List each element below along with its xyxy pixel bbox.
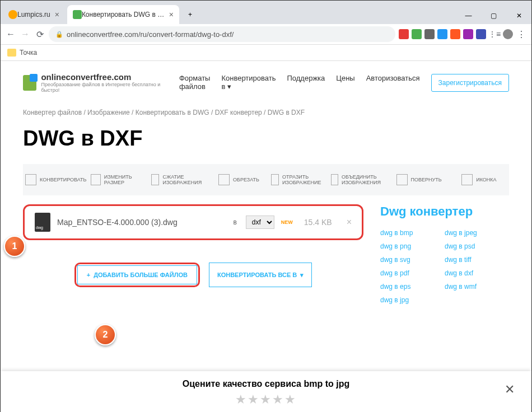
lock-icon: 🔒 — [55, 31, 63, 38]
tab-title: Конвертировать DWG в DXF он — [82, 11, 165, 18]
close-icon[interactable]: ✕ — [505, 382, 515, 397]
file-column: 1 Map_ENTSO-E-4.000.000 (3).dwg в dxf NE… — [23, 204, 363, 304]
tool-rotate[interactable]: ПОВЕРНУТЬ — [389, 170, 449, 190]
side-link[interactable]: dwg в tiff — [445, 256, 509, 264]
tool-convert[interactable]: КОНВЕРТИРОВАТЬ — [23, 170, 88, 190]
url-input[interactable]: 🔒 onlineconvertfree.com/ru/convert-forma… — [49, 26, 395, 42]
forward-icon[interactable]: → — [20, 29, 31, 40]
reload-icon[interactable]: ⟳ — [34, 29, 45, 40]
tool-icon — [25, 174, 36, 185]
side-link[interactable]: dwg в jpg — [380, 296, 445, 304]
minimize-button[interactable]: — — [456, 7, 481, 24]
close-button[interactable]: ✕ — [506, 7, 531, 24]
settings-icon[interactable]: ⋮≡ — [489, 29, 500, 40]
main-area: 1 Map_ENTSO-E-4.000.000 (3).dwg в dxf NE… — [23, 204, 509, 304]
chevron-down-icon: ▾ — [300, 271, 304, 279]
file-icon — [35, 213, 50, 232]
ext-icon[interactable] — [399, 29, 409, 39]
page-content: onlineconvertfree.com Преобразование фай… — [1, 61, 531, 412]
breadcrumb-item[interactable]: Конвертер файлов — [23, 109, 82, 116]
nav-support[interactable]: Поддержка — [287, 74, 325, 92]
rating-stars[interactable]: ★★★★★ — [23, 392, 509, 407]
new-badge: NEW — [281, 219, 293, 225]
bookmark-item[interactable]: Точка — [7, 49, 37, 57]
plus-icon: + — [87, 271, 90, 278]
tab-strip: Lumpics.ru × Конвертировать DWG в DXF он… — [1, 1, 531, 24]
side-link[interactable]: dwg в jpeg — [445, 229, 509, 237]
side-link[interactable]: dwg в psd — [445, 242, 509, 250]
avatar-icon[interactable] — [503, 29, 513, 39]
side-link[interactable]: dwg в dxf — [445, 269, 509, 277]
tab-lumpics[interactable]: Lumpics.ru × — [3, 5, 65, 24]
format-select[interactable]: dxf — [246, 216, 274, 229]
logo[interactable]: onlineconvertfree.com Преобразование фай… — [23, 72, 162, 93]
nav-formats[interactable]: Форматы файлов — [179, 74, 211, 92]
side-link[interactable]: dwg в wmf — [445, 283, 509, 291]
to-label: в — [233, 218, 236, 226]
logo-subtitle: Преобразование файлов в Интернете беспла… — [41, 82, 162, 93]
window-controls: — ▢ ✕ — [456, 7, 531, 24]
tool-icon — [151, 174, 160, 185]
bookmark-label: Точка — [20, 49, 37, 57]
breadcrumb-item[interactable]: Изображение — [87, 109, 130, 116]
tool-icon — [271, 174, 279, 185]
folder-icon — [7, 49, 16, 57]
tool-crop[interactable]: ОБРЕЗАТЬ — [209, 170, 269, 190]
rating-title: Оцените качество сервиса bmp to jpg — [23, 379, 509, 389]
file-name: Map_ENTSO-E-4.000.000 (3).dwg — [57, 218, 226, 227]
ext-icon[interactable] — [437, 29, 447, 39]
remove-file-icon[interactable]: × — [347, 217, 352, 227]
menu-icon[interactable]: ⋮ — [516, 29, 527, 40]
nav-convert[interactable]: Конвертировать в ▾ — [221, 74, 276, 92]
register-button[interactable]: Зарегистрироваться — [431, 74, 509, 92]
side-link[interactable]: dwg в eps — [380, 283, 445, 291]
tool-icon — [218, 174, 230, 185]
ext-icon[interactable] — [450, 29, 460, 39]
side-link[interactable]: dwg в bmp — [380, 229, 445, 237]
convert-all-button[interactable]: КОНВЕРТИРОВАТЬ ВСЕ В ▾ — [209, 263, 312, 287]
tab-convert[interactable]: Конвертировать DWG в DXF он × — [67, 5, 179, 24]
tool-icon — [91, 174, 100, 185]
ext-icon[interactable] — [476, 29, 486, 39]
close-icon[interactable]: × — [55, 10, 59, 19]
side-link[interactable]: dwg в svg — [380, 256, 445, 264]
ext-icon[interactable] — [412, 29, 422, 39]
ext-icon[interactable] — [463, 29, 473, 39]
file-row: Map_ENTSO-E-4.000.000 (3).dwg в dxf NEW … — [23, 204, 363, 240]
breadcrumb-item[interactable]: DXF конвертер — [215, 109, 262, 116]
chevron-down-icon: ▾ — [227, 82, 231, 91]
sidebar-links: dwg в bmp dwg в jpeg dwg в png dwg в psd… — [380, 229, 509, 304]
logo-text: onlineconvertfree.com — [41, 72, 162, 82]
sidebar-title: Dwg конвертер — [380, 204, 509, 219]
nav-prices[interactable]: Цены — [336, 74, 354, 92]
file-size: 15.4 KB — [304, 218, 332, 227]
ext-icon[interactable] — [424, 29, 435, 39]
maximize-button[interactable]: ▢ — [481, 7, 506, 24]
add-more-button[interactable]: + ДОБАВИТЬ БОЛЬШЕ ФАЙЛОВ — [74, 263, 200, 287]
tool-merge[interactable]: ОБЪЕДИНИТЬ ИЗОБРАЖЕНИЯ — [329, 170, 389, 190]
tool-icon — [396, 174, 408, 185]
tool-resize[interactable]: ИЗМЕНИТЬ РАЗМЕР — [88, 170, 148, 190]
rating-bar: Оцените качество сервиса bmp to jpg ★★★★… — [1, 371, 531, 412]
logo-icon — [23, 75, 36, 91]
back-icon[interactable]: ← — [5, 29, 16, 40]
bookmarks-bar: Точка — [1, 45, 531, 61]
tool-flip[interactable]: ОТРАЗИТЬ ИЗОБРАЖЕНИЕ — [269, 170, 329, 190]
nav-login[interactable]: Авторизоваться — [366, 74, 420, 92]
page-title: DWG в DXF — [23, 127, 509, 151]
breadcrumb-item[interactable]: Конвертировать в DWG — [136, 109, 209, 116]
tool-compress[interactable]: СЖАТИЕ ИЗОБРАЖЕНИЯ — [149, 170, 209, 190]
tool-icon-make[interactable]: ИКОНКА — [449, 170, 509, 190]
favicon-icon — [73, 10, 82, 19]
tool-icon — [461, 174, 473, 185]
breadcrumb-item: DWG в DXF — [268, 109, 305, 116]
action-buttons: 2 + ДОБАВИТЬ БОЛЬШЕ ФАЙЛОВ КОНВЕРТИРОВАТ… — [23, 263, 363, 287]
annotation-marker-1: 1 — [4, 236, 25, 257]
new-tab-button[interactable]: + — [181, 5, 199, 24]
close-icon[interactable]: × — [169, 10, 174, 19]
convert-all-label: КОНВЕРТИРОВАТЬ ВСЕ В — [217, 271, 297, 278]
address-bar: ← → ⟳ 🔒 onlineconvertfree.com/ru/convert… — [1, 24, 531, 45]
side-link[interactable]: dwg в pdf — [380, 269, 445, 277]
side-link[interactable]: dwg в png — [380, 242, 445, 250]
tool-icon — [331, 174, 338, 185]
